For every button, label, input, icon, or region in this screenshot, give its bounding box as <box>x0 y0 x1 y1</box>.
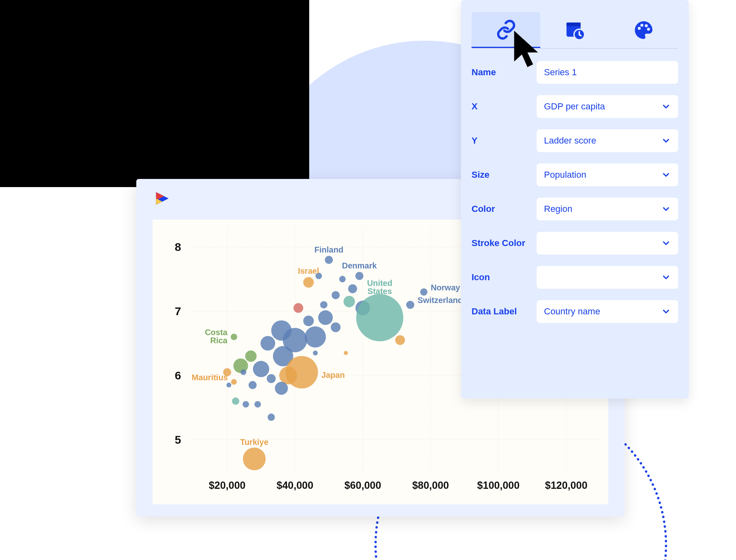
form-row-dataLabel: Data LabelCountry name <box>472 300 678 323</box>
bubble <box>303 277 314 288</box>
bubble <box>293 303 303 313</box>
x-tick-label: $100,000 <box>477 479 520 491</box>
form-row-name: NameSeries 1 <box>472 61 678 84</box>
x-value: GDP per capita <box>544 101 605 112</box>
chevron-down-icon <box>661 102 671 111</box>
color-select[interactable]: Region <box>537 198 678 220</box>
bubble <box>275 382 288 395</box>
bubble <box>242 401 249 407</box>
x-tick-label: $80,000 <box>412 479 449 491</box>
form-row-icon: Icon <box>472 266 678 289</box>
app-logo-icon <box>153 190 171 207</box>
bubble-label: Finland <box>314 245 343 254</box>
dataLabel-value: Country name <box>544 306 600 317</box>
y-tick-label: 5 <box>175 434 181 446</box>
strokeColor-select[interactable] <box>537 232 678 255</box>
name-input[interactable]: Series 1 <box>537 61 678 84</box>
tab-schedule[interactable] <box>540 12 609 48</box>
cursor-pointer-icon <box>512 29 540 70</box>
chevron-down-icon <box>661 238 671 248</box>
bubble-label: Norway <box>431 283 461 292</box>
bubble-label: CostaRica <box>205 328 227 345</box>
field-label-icon: Icon <box>472 272 537 283</box>
form-row-size: SizePopulation <box>472 163 678 186</box>
x-tick-label: $40,000 <box>277 479 313 491</box>
bubble <box>343 296 355 307</box>
bubble <box>332 291 340 299</box>
color-value: Region <box>544 204 572 214</box>
bubble-label: UnitedStates <box>367 279 392 296</box>
svg-point-3 <box>638 27 641 30</box>
bubble <box>331 322 341 332</box>
svg-point-6 <box>647 28 650 31</box>
bubble <box>249 381 257 389</box>
field-label-strokeColor: Stroke Color <box>472 238 537 248</box>
field-label-dataLabel: Data Label <box>472 306 537 317</box>
x-tick-label: $120,000 <box>545 479 587 491</box>
bubble <box>344 351 348 355</box>
bubble <box>260 336 275 351</box>
bubble <box>268 414 275 421</box>
panel-form: NameSeries 1XGDP per capitaYLadder score… <box>472 61 678 323</box>
form-row-x: XGDP per capita <box>472 95 678 118</box>
icon-select[interactable] <box>537 266 678 289</box>
bubble <box>348 284 357 293</box>
x-select[interactable]: GDP per capita <box>537 95 678 118</box>
tab-style[interactable] <box>609 12 678 48</box>
chevron-down-icon <box>661 170 671 180</box>
bubble-label: Japan <box>321 370 345 379</box>
y-select[interactable]: Ladder score <box>537 129 678 152</box>
name-value: Series 1 <box>544 67 577 78</box>
y-tick-label: 6 <box>175 369 181 382</box>
decoration-black-block <box>0 0 309 187</box>
form-row-color: ColorRegion <box>472 198 678 220</box>
x-tick-label: $60,000 <box>344 479 381 491</box>
bubble <box>395 335 405 345</box>
bubble <box>420 288 428 296</box>
size-value: Population <box>544 170 586 180</box>
y-tick-label: 7 <box>175 305 181 318</box>
bubble-label: Denmark <box>342 261 377 270</box>
series-config-panel: NameSeries 1XGDP per capitaYLadder score… <box>461 0 689 399</box>
bubble <box>240 369 246 375</box>
bubble <box>305 326 326 347</box>
form-row-strokeColor: Stroke Color <box>472 232 678 255</box>
bubble <box>303 316 314 326</box>
chevron-down-icon <box>661 136 671 146</box>
panel-tabs <box>472 12 678 49</box>
bubble-label: Turkiye <box>240 438 269 447</box>
field-label-size: Size <box>472 170 537 180</box>
bubble-label: Mauritius <box>192 373 228 382</box>
bubble <box>267 374 276 383</box>
size-select[interactable]: Population <box>537 163 678 186</box>
chevron-down-icon <box>661 204 671 214</box>
palette-icon <box>633 20 654 41</box>
bubble-label: Israel <box>298 266 319 275</box>
x-tick-label: $20,000 <box>209 479 245 491</box>
calendar-clock-icon <box>564 20 585 41</box>
bubble-label: Switzerland <box>417 296 463 305</box>
bubble <box>286 356 318 388</box>
chevron-down-icon <box>661 272 671 282</box>
bubble <box>232 397 239 405</box>
form-row-y: YLadder score <box>472 129 678 152</box>
svg-point-4 <box>640 24 643 26</box>
bubble <box>356 294 403 341</box>
y-value: Ladder score <box>544 135 596 146</box>
field-label-x: X <box>472 101 537 112</box>
bubble <box>231 379 237 385</box>
svg-rect-1 <box>566 23 581 26</box>
svg-point-5 <box>645 24 648 27</box>
bubble <box>231 333 237 340</box>
bubble <box>253 361 269 377</box>
bubble <box>320 301 328 308</box>
bubble <box>339 276 346 282</box>
bubble <box>406 301 414 309</box>
bubble <box>355 272 363 280</box>
bubble <box>245 351 257 362</box>
bubble <box>227 383 232 388</box>
field-label-y: Y <box>472 135 537 146</box>
field-label-color: Color <box>472 204 537 214</box>
dataLabel-select[interactable]: Country name <box>537 300 678 323</box>
chevron-down-icon <box>661 307 671 316</box>
